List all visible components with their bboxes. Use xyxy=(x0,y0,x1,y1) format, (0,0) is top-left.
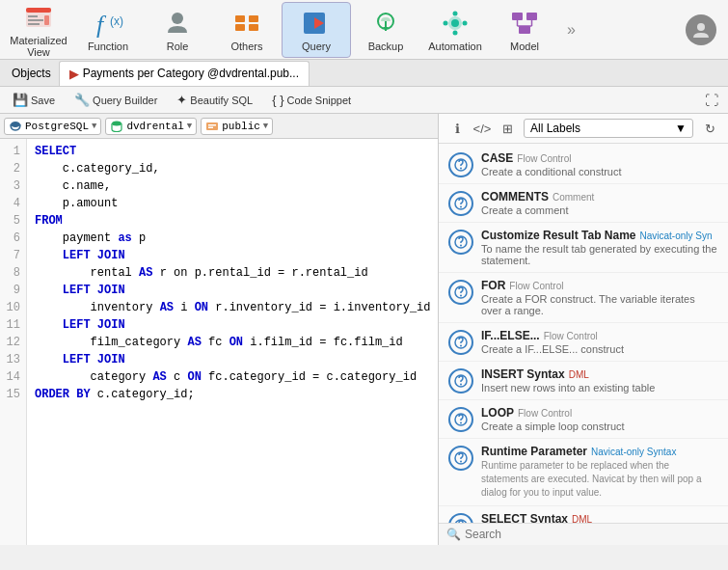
code-line: inventory AS i ON r.inventory_id = i.inv… xyxy=(35,299,430,316)
tab-query[interactable]: ▶ Payments per Category @dvdrental.pub..… xyxy=(59,61,310,86)
automation-icon xyxy=(440,8,471,39)
postgresql-icon xyxy=(9,120,22,133)
line-number: 13 xyxy=(6,351,20,368)
snippet-item-icon xyxy=(448,191,473,216)
beautify-sql-button[interactable]: ✦ Beautify SQL xyxy=(168,90,261,110)
snippet-item-tag: Flow Control xyxy=(544,331,598,341)
line-number: 8 xyxy=(6,264,20,282)
toolbar-item-materialized-view[interactable]: Materialized View xyxy=(4,2,73,58)
toolbar-item-backup[interactable]: Backup xyxy=(351,2,420,58)
svg-rect-11 xyxy=(235,24,245,31)
svg-text:(x): (x) xyxy=(110,14,123,28)
snippet-item-icon xyxy=(448,330,473,355)
info-icon-button[interactable]: ℹ xyxy=(446,118,468,139)
search-input[interactable] xyxy=(465,528,720,541)
svg-point-43 xyxy=(460,295,462,297)
toolbar-item-query[interactable]: Query xyxy=(282,2,351,58)
code-editor[interactable]: PostgreSQL ▼ dvdrental ▼ public ▼ 123456… xyxy=(0,114,439,545)
toolbar-item-function[interactable]: f (x) Function xyxy=(73,2,143,58)
code-snippet-icon: { } xyxy=(272,93,283,107)
toolbar-label-automation: Automation xyxy=(428,41,482,52)
toolbar-label-function: Function xyxy=(88,41,128,52)
svg-rect-23 xyxy=(512,13,523,20)
toolbar-label-query: Query xyxy=(302,41,331,52)
snippet-item-desc: Insert new rows into an existing table xyxy=(481,382,718,394)
line-number: 10 xyxy=(6,299,20,316)
svg-point-20 xyxy=(453,30,458,35)
code-line: p.amount xyxy=(35,195,430,212)
label-select-value: All Labels xyxy=(530,122,580,135)
snippet-item-name: FOR xyxy=(481,279,505,292)
snippet-item[interactable]: CASEFlow ControlCreate a conditional con… xyxy=(439,146,728,184)
db-engine-select[interactable]: PostgreSQL ▼ xyxy=(4,118,101,135)
snippet-item[interactable]: LOOPFlow ControlCreate a simple loop con… xyxy=(439,400,728,439)
svg-point-51 xyxy=(460,461,462,463)
label-select-dropdown[interactable]: All Labels ▼ xyxy=(524,119,693,138)
right-header-icons: ℹ </> ⊞ xyxy=(446,118,518,139)
grid-icon-button[interactable]: ⊞ xyxy=(497,118,518,139)
code-snippet-button[interactable]: { } Code Snippet xyxy=(263,90,360,110)
db-engine-label: PostgreSQL xyxy=(25,121,89,132)
snippet-item-icon xyxy=(448,407,473,432)
svg-rect-35 xyxy=(208,126,213,128)
snippet-item[interactable]: COMMENTSCommentCreate a comment xyxy=(439,184,728,223)
db-engine-arrow: ▼ xyxy=(92,122,96,131)
line-number: 11 xyxy=(6,316,20,334)
snippet-item-name-row: IF...ELSE...Flow Control xyxy=(481,329,718,342)
line-number: 1 xyxy=(6,143,20,160)
schema-select[interactable]: public ▼ xyxy=(201,118,273,135)
snippet-item-icon xyxy=(448,280,473,305)
svg-rect-3 xyxy=(28,19,43,21)
right-panel: ℹ </> ⊞ All Labels ▼ ↻ CASEFlow ControlC… xyxy=(439,114,728,545)
code-line: payment as p xyxy=(35,230,430,247)
query-builder-button[interactable]: 🔧 Query Builder xyxy=(66,90,166,110)
snippet-item[interactable]: INSERT SyntaxDMLInsert new rows into an … xyxy=(439,362,728,400)
snippet-item-icon xyxy=(448,230,473,255)
schema-icon xyxy=(205,120,219,133)
snippet-item-name-row: FORFlow Control xyxy=(481,279,718,292)
tab-objects[interactable]: Objects xyxy=(4,61,59,86)
snippet-item-desc: Runtime parameter to be replaced when th… xyxy=(481,459,718,500)
snippet-item-icon xyxy=(448,513,473,523)
tab-query-icon: ▶ xyxy=(69,67,79,81)
toolbar-item-model[interactable]: Model xyxy=(490,2,559,58)
database-select[interactable]: dvdrental ▼ xyxy=(105,118,197,135)
backup-icon xyxy=(370,8,401,39)
maximize-button[interactable]: ⛶ xyxy=(699,91,724,110)
toolbar-item-automation[interactable]: Automation xyxy=(420,2,490,58)
right-panel-header: ℹ </> ⊞ All Labels ▼ ↻ xyxy=(439,114,728,144)
snippet-item[interactable]: SELECT SyntaxDMLSelect one or more table… xyxy=(439,506,728,523)
snippet-item-icon xyxy=(448,446,473,471)
tabbar: Objects ▶ Payments per Category @dvdrent… xyxy=(0,60,728,87)
code-line: LEFT JOIN xyxy=(35,282,430,299)
tab-query-label: Payments per Category @dvdrental.pub... xyxy=(83,67,299,80)
snippet-item[interactable]: Customize Result Tab NameNavicat-only Sy… xyxy=(439,223,728,273)
code-icon-button[interactable]: </> xyxy=(472,118,493,139)
line-number: 9 xyxy=(6,282,20,299)
line-number: 2 xyxy=(6,160,20,177)
snippet-item-desc: Create a comment xyxy=(481,204,718,216)
code-line: FROM xyxy=(35,212,430,230)
toolbar-expand-button[interactable]: » xyxy=(559,21,583,39)
svg-rect-9 xyxy=(235,15,245,22)
svg-point-49 xyxy=(460,422,462,424)
snippet-item-info: LOOPFlow ControlCreate a simple loop con… xyxy=(481,406,718,432)
snippet-item-desc: Create a simple loop construct xyxy=(481,421,718,432)
snippet-item-name-row: SELECT SyntaxDML xyxy=(481,512,718,523)
snippet-item[interactable]: Runtime ParameterNavicat-only SyntaxRunt… xyxy=(439,439,728,506)
toolbar-item-role[interactable]: Role xyxy=(143,2,212,58)
snippet-item[interactable]: FORFlow ControlCreate a FOR construct. T… xyxy=(439,273,728,323)
code-content[interactable]: SELECT c.category_id, c.name, p.amountFR… xyxy=(27,139,438,545)
svg-point-41 xyxy=(460,245,462,247)
snippet-item[interactable]: IF...ELSE...Flow ControlCreate a IF...EL… xyxy=(439,323,728,362)
code-line: ORDER BY c.category_id; xyxy=(35,386,430,403)
user-avatar[interactable] xyxy=(686,14,716,45)
refresh-icon-button[interactable]: ↻ xyxy=(699,118,720,139)
toolbar-item-others[interactable]: Others xyxy=(212,2,282,58)
snippet-item-desc: Create a conditional construct xyxy=(481,166,718,177)
snippet-list: CASEFlow ControlCreate a conditional con… xyxy=(439,144,728,523)
snippet-item-name-row: Runtime ParameterNavicat-only Syntax xyxy=(481,445,718,458)
search-bar: 🔍 xyxy=(439,523,728,545)
save-button[interactable]: 💾 Save xyxy=(4,90,64,110)
snippet-item-name-row: LOOPFlow Control xyxy=(481,406,718,420)
